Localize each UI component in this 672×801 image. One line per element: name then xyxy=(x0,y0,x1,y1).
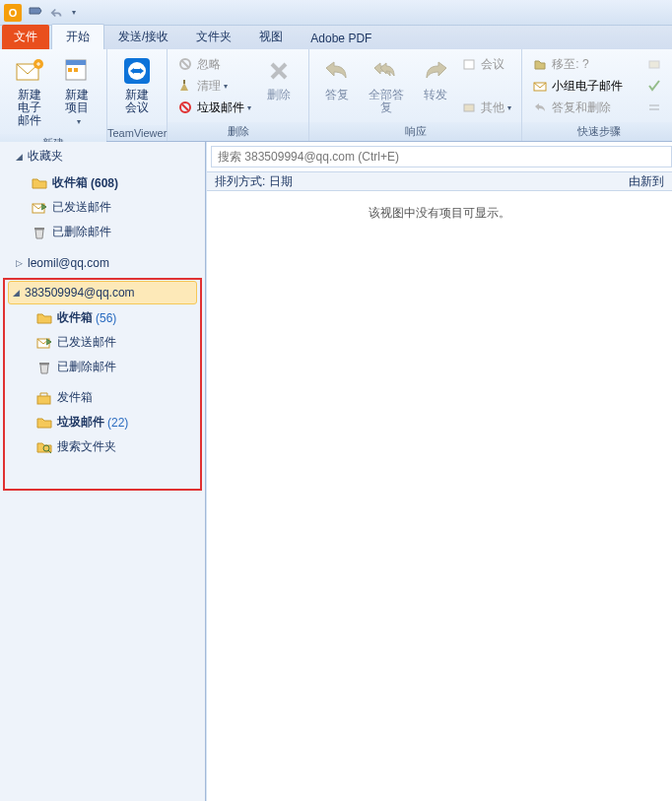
account1-header[interactable]: ▷ leomil@qq.com xyxy=(0,250,205,276)
sent-icon xyxy=(32,200,47,216)
reply-delete-icon xyxy=(532,100,548,115)
ribbon-group-quicksteps: 移至: ? 小组电子邮件 答复和删除 快速步骤 xyxy=(522,49,672,141)
acc2-search-label: 搜索文件夹 xyxy=(57,438,116,455)
outlook-app-icon: O xyxy=(4,4,22,22)
svg-rect-17 xyxy=(34,228,44,230)
junk-folder-icon xyxy=(36,415,52,431)
favorites-header[interactable]: ◢ 收藏夹 xyxy=(0,142,205,170)
delete-icon xyxy=(263,55,295,87)
moveto-button[interactable]: 移至: ? xyxy=(528,53,637,75)
new-email-label: 新建 电子邮件 xyxy=(14,89,45,127)
respond-meeting-label: 会议 xyxy=(481,56,504,73)
respond-other-label: 其他 xyxy=(481,100,504,116)
cleanup-button[interactable]: 清理▾ xyxy=(173,75,255,97)
fav-inbox-label: 收件箱 xyxy=(52,174,88,191)
reply-delete-label: 答复和删除 xyxy=(552,100,611,116)
highlight-box: ◢ 383509994@qq.com 收件箱 (56) 已发送邮件 已删除邮件 … xyxy=(3,278,202,491)
ignore-button: 忽略 xyxy=(173,53,255,75)
tab-send-receive[interactable]: 发送/接收 xyxy=(104,25,182,49)
tab-folder[interactable]: 文件夹 xyxy=(182,25,245,49)
new-email-button[interactable]: 新建 电子邮件 xyxy=(6,53,53,129)
favorites-header-label: 收藏夹 xyxy=(28,148,63,165)
reply-all-label: 全部答复 xyxy=(367,89,406,114)
forward-icon xyxy=(420,55,451,87)
respond-other-button: 其他▾ xyxy=(457,97,515,118)
fav-sent[interactable]: 已发送邮件 xyxy=(0,195,205,220)
acc2-deleted[interactable]: 已删除邮件 xyxy=(5,355,200,379)
svg-rect-15 xyxy=(649,61,659,68)
sort-direction[interactable]: 由新到 xyxy=(629,173,664,190)
svg-rect-10 xyxy=(183,80,185,84)
reply-label: 答复 xyxy=(325,89,349,101)
fav-deleted[interactable]: 已删除邮件 xyxy=(0,220,205,244)
acc2-search-folders[interactable]: 搜索文件夹 xyxy=(5,434,200,459)
tab-home[interactable]: 开始 xyxy=(51,24,104,49)
search-placeholder: 搜索 383509994@qq.com (Ctrl+E) xyxy=(218,149,399,166)
expand-icon: ▷ xyxy=(16,258,26,268)
fav-inbox[interactable]: 收件箱 (608) xyxy=(0,170,205,195)
account2-label: 383509994@qq.com xyxy=(25,286,135,300)
ribbon-group-respond: 答复 全部答复 转发 会议 其他▾ 响应 xyxy=(309,49,522,141)
main-area: ◢ 收藏夹 收件箱 (608) 已发送邮件 已删除邮件 ▷ leomil@qq.… xyxy=(0,142,672,801)
sort-by-label: 排列方式: 日期 xyxy=(215,173,293,190)
search-input[interactable]: 搜索 383509994@qq.com (Ctrl+E) xyxy=(211,146,672,167)
moveto-label: 移至: ? xyxy=(552,56,588,73)
forward-button[interactable]: 转发 xyxy=(414,53,457,103)
svg-rect-3 xyxy=(66,60,86,65)
acc2-sent[interactable]: 已发送邮件 xyxy=(5,330,200,355)
tab-file[interactable]: 文件 xyxy=(2,25,49,49)
search-folder-icon xyxy=(36,439,52,455)
ignore-label: 忽略 xyxy=(197,56,221,73)
qs-more1[interactable] xyxy=(642,53,670,75)
acc2-junk[interactable]: 垃圾邮件 (22) xyxy=(5,410,200,434)
acc2-inbox-count: (56) xyxy=(96,311,116,325)
svg-rect-5 xyxy=(74,68,78,72)
team-email-button[interactable]: 小组电子邮件 xyxy=(528,75,637,97)
svg-rect-8 xyxy=(133,69,141,73)
ribbon: 新建 电子邮件 新建项目▾ 新建 新建 会议 TeamViewer xyxy=(0,49,672,142)
new-meeting-button[interactable]: 新建 会议 xyxy=(113,53,161,116)
group-label-respond: 响应 xyxy=(309,122,521,141)
qat-undo-icon[interactable] xyxy=(47,3,67,23)
svg-rect-19 xyxy=(39,363,49,365)
outbox-icon xyxy=(36,390,52,406)
reply-button[interactable]: 答复 xyxy=(315,53,359,103)
tab-view[interactable]: 视图 xyxy=(245,25,297,49)
respond-meeting-button: 会议 xyxy=(457,53,515,75)
sort-bar[interactable]: 排列方式: 日期 由新到 xyxy=(207,171,672,191)
delete-label: 删除 xyxy=(267,89,291,101)
reply-icon xyxy=(321,55,353,87)
junk-button[interactable]: 垃圾邮件▾ xyxy=(173,97,255,118)
ribbon-group-delete: 忽略 清理▾ 垃圾邮件▾ 删除 删除 xyxy=(168,49,309,141)
folder-icon xyxy=(32,175,47,191)
svg-rect-13 xyxy=(464,104,474,111)
fav-sent-label: 已发送邮件 xyxy=(52,199,111,216)
svg-rect-20 xyxy=(37,396,50,404)
ribbon-tabs: 文件 开始 发送/接收 文件夹 视图 Adobe PDF xyxy=(0,26,672,49)
acc2-outbox[interactable]: 发件箱 xyxy=(5,385,200,410)
ribbon-group-new: 新建 电子邮件 新建项目▾ 新建 xyxy=(0,49,107,141)
qs-check[interactable] xyxy=(642,75,670,97)
group-label-quicksteps: 快速步骤 xyxy=(522,122,672,141)
team-email-label: 小组电子邮件 xyxy=(552,78,623,95)
acc2-inbox-label: 收件箱 xyxy=(57,309,93,326)
acc2-inbox[interactable]: 收件箱 (56) xyxy=(5,305,200,330)
reply-all-icon xyxy=(370,55,402,87)
new-items-button[interactable]: 新建项目▾ xyxy=(53,53,101,130)
reply-delete-button[interactable]: 答复和删除 xyxy=(528,97,637,118)
navigation-pane: ◢ 收藏夹 收件箱 (608) 已发送邮件 已删除邮件 ▷ leomil@qq.… xyxy=(0,142,206,801)
qat-send-receive-icon[interactable] xyxy=(26,3,45,23)
junk-label: 垃圾邮件 xyxy=(197,100,244,116)
delete-button[interactable]: 删除 xyxy=(255,53,302,103)
account2-header[interactable]: ◢ 383509994@qq.com xyxy=(8,281,197,304)
fav-deleted-label: 已删除邮件 xyxy=(52,224,111,240)
ignore-icon xyxy=(177,56,193,72)
qs-more2[interactable] xyxy=(642,97,670,118)
tab-adobe-pdf[interactable]: Adobe PDF xyxy=(297,28,385,49)
acc2-sent-label: 已发送邮件 xyxy=(57,334,116,351)
group-label-delete: 删除 xyxy=(168,122,308,141)
qat-customize-icon[interactable]: ▾ xyxy=(72,8,76,17)
trash-icon xyxy=(32,225,47,240)
new-items-label: 新建项目▾ xyxy=(61,89,93,128)
reply-all-button[interactable]: 全部答复 xyxy=(359,53,414,116)
